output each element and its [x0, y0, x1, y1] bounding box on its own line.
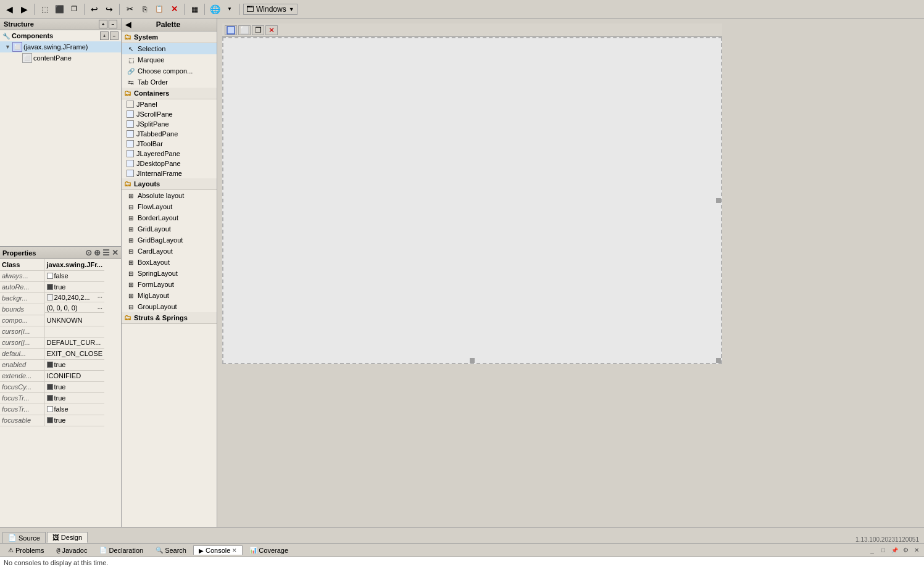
problems-tab[interactable]: ⚠ Problems [2, 545, 49, 555]
cut-btn[interactable]: ✂ [123, 2, 136, 16]
palette-item-jsplitpane[interactable]: JSplitPane [122, 119, 217, 129]
properties-filter-icon[interactable]: ⊙ [85, 248, 92, 257]
canvas-resize-handle[interactable] [716, 358, 721, 363]
palette-item-taborder[interactable]: ⭾ Tab Order [122, 77, 217, 88]
canvas-maximize-btn[interactable]: ❐ [252, 25, 264, 35]
palette-section-containers[interactable]: 🗂 Containers [122, 88, 217, 99]
prop-value-backgr[interactable]: 240,240,2... ··· [45, 293, 105, 302]
console-maximize-btn[interactable]: □ [878, 545, 888, 555]
prop-value-bounds[interactable]: (0, 0, 0, 0) ··· [45, 304, 105, 313]
declaration-tab[interactable]: 📄 Declaration [94, 545, 149, 555]
palette-section-system[interactable]: 🗂 System [122, 31, 217, 43]
palette-item-springlayout[interactable]: ⊟ SpringLayout [122, 268, 217, 279]
properties-menu-icon[interactable]: ☰ [102, 248, 110, 257]
palette-arrow-left[interactable]: ◀ [125, 20, 131, 29]
palette-item-choose[interactable]: 🔗 Choose compon... [122, 65, 217, 77]
search-tab[interactable]: 🔍 Search [150, 545, 192, 555]
canvas-right-handle[interactable] [716, 198, 721, 203]
select-tool-btn[interactable]: ⬚ [38, 2, 51, 16]
prop-value-focusCy[interactable]: true [44, 381, 104, 392]
tree-item-jframe[interactable]: ▼ ⬜ (javax.swing.JFrame) [0, 41, 121, 52]
palette-section-struts[interactable]: 🗂 Struts & Springs [122, 312, 217, 324]
cb-always[interactable] [47, 273, 53, 279]
console-pin-btn[interactable]: 📌 [889, 545, 899, 555]
structure-add-btn[interactable]: + [99, 20, 107, 28]
prop-value-autore[interactable]: true [44, 281, 104, 292]
prop-value-focusTr1[interactable]: true [44, 392, 104, 404]
bounds-more-btn[interactable]: ··· [98, 305, 102, 312]
restore-btn[interactable]: ❐ [67, 2, 81, 16]
prop-value-cursor-j[interactable]: DEFAULT_CUR... [44, 337, 104, 348]
palette-item-miglayout[interactable]: ⊞ MigLayout [122, 290, 217, 301]
console-close-btn[interactable]: ✕ [232, 547, 237, 553]
console-close-panel-btn[interactable]: ✕ [912, 545, 922, 555]
canvas-icon-btn[interactable] [225, 25, 237, 35]
console-settings-btn[interactable]: ⚙ [901, 545, 910, 555]
palette-item-boxlayout[interactable]: ⊞ BoxLayout [122, 257, 217, 268]
prop-value-focusable[interactable]: true [44, 415, 104, 426]
windows-dropdown[interactable]: 🗔 Windows ▼ [243, 4, 298, 15]
palette-item-flowlayout[interactable]: ⊟ FlowLayout [122, 201, 217, 212]
canvas-close-btn[interactable]: ✕ [265, 25, 278, 35]
cb-focusable[interactable] [47, 417, 53, 423]
copy-btn[interactable]: ⎘ [138, 2, 151, 16]
globe-btn[interactable]: 🌐 [208, 2, 222, 16]
layout-btn[interactable]: ▦ [188, 2, 201, 16]
source-tab[interactable]: 📄 Source [2, 532, 46, 543]
canvas-bottom-handle[interactable] [470, 358, 475, 363]
palette-item-borderlayout[interactable]: ⊞ BorderLayout [122, 212, 217, 223]
prop-value-defaul[interactable]: EXIT_ON_CLOSE [44, 348, 104, 359]
tree-item-contentpane[interactable]: ▶ ⬜ contentPane [0, 52, 121, 64]
palette-item-jdesktoppane[interactable]: JDesktopPane [122, 159, 217, 168]
palette-item-jpanel[interactable]: JPanel [122, 99, 217, 109]
prop-value-focusTr2[interactable]: false [44, 404, 104, 415]
prop-value-enabled[interactable]: true [44, 359, 104, 370]
prop-value-extende[interactable]: ICONIFIED [44, 370, 104, 381]
palette-item-selection[interactable]: ↖ Selection [122, 43, 217, 54]
javadoc-tab[interactable]: @ Javadoc [51, 545, 93, 555]
cb-focusTr1[interactable] [47, 395, 53, 401]
cb-focusCy[interactable] [47, 384, 53, 390]
cb-enabled[interactable] [47, 362, 53, 368]
design-tab[interactable]: 🖼 Design [47, 532, 88, 543]
globe-dropdown-btn[interactable]: ▼ [223, 2, 236, 16]
palette-item-jscrollpane[interactable]: JScrollPane [122, 109, 217, 119]
undo-btn[interactable]: ↩ [88, 2, 101, 16]
components-add-btn[interactable]: + [100, 31, 109, 40]
palette-item-marquee[interactable]: ⬚ Marquee [122, 54, 217, 65]
maximize-btn[interactable]: ⬛ [52, 2, 66, 16]
palette-section-layouts[interactable]: 🗂 Layouts [122, 178, 217, 190]
canvas-area[interactable]: ⬜ ❐ ✕ [217, 19, 924, 527]
paste-btn[interactable]: 📋 [152, 2, 166, 16]
palette-item-gridbaglayout[interactable]: ⊞ GridBagLayout [122, 234, 217, 246]
structure-remove-btn[interactable]: − [109, 20, 117, 28]
coverage-tab[interactable]: 📊 Coverage [244, 545, 294, 555]
delete-btn[interactable]: ✕ [167, 2, 181, 16]
prop-value-cursor-i[interactable] [44, 326, 104, 337]
properties-add-icon[interactable]: ⊕ [94, 248, 101, 257]
palette-item-absolute[interactable]: ⊞ Absolute layout [122, 190, 217, 201]
forward-btn[interactable]: ▶ [17, 2, 31, 16]
backgr-more-btn[interactable]: ··· [98, 294, 102, 300]
prop-value-class[interactable]: javax.swing.JFr... [44, 259, 104, 270]
palette-item-cardlayout[interactable]: ⊟ CardLayout [122, 246, 217, 257]
canvas-content[interactable] [222, 37, 722, 364]
components-header[interactable]: 🔧 Components + − [0, 30, 121, 41]
palette-item-jtabbedpane[interactable]: JTabbedPane [122, 129, 217, 139]
palette-item-gridlayout[interactable]: ⊞ GridLayout [122, 223, 217, 234]
palette-item-jlayeredpane[interactable]: JLayeredPane [122, 149, 217, 159]
cb-focusTr2[interactable] [47, 406, 53, 412]
prop-value-always[interactable]: false [44, 270, 104, 281]
back-btn[interactable]: ◀ [2, 2, 16, 16]
properties-close-icon[interactable]: ✕ [112, 248, 119, 257]
palette-item-jinternalframe[interactable]: JInternalFrame [122, 168, 217, 178]
palette-item-formlayout[interactable]: ⊞ FormLayout [122, 279, 217, 290]
palette-item-grouplayout[interactable]: ⊟ GroupLayout [122, 301, 217, 312]
cb-autore[interactable] [47, 284, 53, 290]
console-minimize-btn[interactable]: _ [867, 545, 877, 555]
redo-btn[interactable]: ↪ [102, 2, 116, 16]
prop-value-compo[interactable]: UNKNOWN [44, 315, 104, 326]
components-remove-btn[interactable]: − [110, 31, 119, 40]
palette-item-jtoolbar[interactable]: JToolBar [122, 139, 217, 149]
console-tab[interactable]: ▶ Console ✕ [193, 545, 243, 555]
